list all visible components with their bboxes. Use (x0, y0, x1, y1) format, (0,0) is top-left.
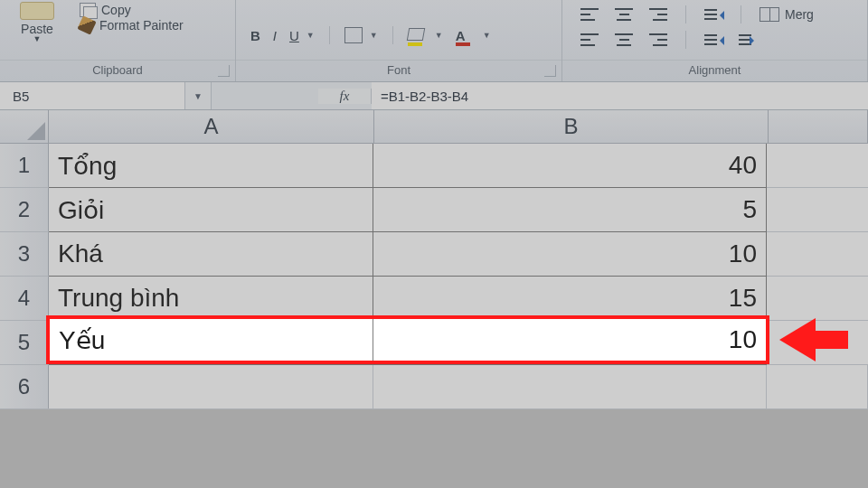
cell-C4[interactable] (767, 277, 868, 321)
paste-button[interactable]: Paste ▼ (0, 0, 74, 60)
formula-text: =B1-B2-B3-B4 (381, 89, 468, 104)
clipboard-group-title: Clipboard (92, 63, 143, 77)
select-all-corner[interactable] (0, 110, 49, 143)
cell-A6[interactable] (49, 365, 373, 409)
callout-arrow-icon (779, 318, 816, 361)
row-header-6[interactable]: 6 (0, 365, 49, 408)
row-header-3[interactable]: 3 (0, 232, 49, 276)
highlight-cell-B5[interactable]: 10 (373, 319, 766, 361)
name-box-value: B5 (13, 89, 29, 104)
align-left-button[interactable] (580, 33, 599, 46)
clipboard-icon (20, 2, 54, 20)
ribbon-group-font: placeholder B I U▼ ▼ ▼ A▼ Font (236, 0, 562, 81)
row-1: 1 Tổng 40 (0, 144, 868, 188)
bold-button[interactable]: B (250, 28, 260, 43)
copy-label: Copy (101, 3, 131, 17)
align-top-button[interactable] (580, 8, 599, 21)
ribbon: Paste ▼ Copy Format Painter Clipboard pl… (0, 0, 868, 82)
copy-icon (80, 3, 96, 17)
underline-dropdown-icon[interactable]: ▼ (307, 31, 315, 40)
merge-icon (760, 7, 779, 22)
format-painter-button[interactable]: Format Painter (80, 18, 226, 33)
align-right-button[interactable] (649, 33, 667, 46)
cell-A2[interactable]: Giỏi (49, 188, 373, 232)
italic-button[interactable]: I (273, 28, 277, 43)
decrease-indent-button[interactable] (704, 7, 722, 22)
cell-B4[interactable]: 15 (373, 277, 767, 321)
merge-label: Merg (785, 7, 814, 22)
name-box-dropdown-icon[interactable]: ▼ (184, 82, 211, 109)
alignment-group-title: Alignment (689, 63, 741, 77)
align-middle-button[interactable] (615, 8, 633, 21)
cell-A3[interactable]: Khá (49, 232, 373, 277)
cell-B1[interactable]: 40 (373, 144, 767, 188)
fx-button[interactable]: fx (318, 89, 372, 104)
row-3: 3 Khá 10 (0, 232, 868, 277)
worksheet: A B 1 Tổng 40 2 Giỏi 5 3 Khá 10 4 Trung … (0, 110, 868, 409)
align-bottom-button[interactable] (649, 8, 667, 21)
row-header-4[interactable]: 4 (0, 277, 49, 320)
row-6: 6 (0, 365, 868, 409)
cell-C2[interactable] (767, 188, 868, 232)
underline-button[interactable]: U (289, 28, 299, 43)
increase-indent-button[interactable] (739, 33, 757, 47)
fill-color-button[interactable] (408, 28, 428, 43)
cell-B3[interactable]: 10 (373, 232, 767, 277)
font-launcher-icon[interactable] (544, 65, 556, 77)
column-header-C[interactable] (769, 110, 868, 143)
paste-dropdown-icon[interactable]: ▼ (33, 34, 42, 43)
cell-C6[interactable] (767, 365, 868, 409)
clipboard-launcher-icon[interactable] (218, 65, 230, 77)
border-button[interactable] (344, 27, 363, 43)
font-color-dropdown-icon[interactable]: ▼ (483, 31, 491, 40)
row-header-1[interactable]: 1 (0, 144, 49, 187)
column-header-A[interactable]: A (49, 110, 374, 143)
copy-button[interactable]: Copy (80, 3, 226, 17)
column-header-B[interactable]: B (374, 110, 769, 143)
decrease-indent-button-2[interactable] (704, 33, 722, 47)
ribbon-group-alignment: Merg Alignment (562, 0, 868, 81)
bucket-icon (406, 28, 424, 41)
border-dropdown-icon[interactable]: ▼ (370, 31, 378, 40)
cell-A4[interactable]: Trung bình (49, 277, 373, 321)
row-header-5[interactable]: 5 (0, 321, 49, 364)
row-4: 4 Trung bình 15 (0, 277, 868, 321)
name-box[interactable]: B5 ▼ (0, 82, 212, 109)
row-header-2[interactable]: 2 (0, 188, 49, 231)
highlight-row-5: Yếu 10 (46, 315, 769, 364)
cell-B6[interactable] (373, 365, 767, 409)
cell-B2[interactable]: 5 (373, 188, 767, 232)
row-2: 2 Giỏi 5 (0, 188, 868, 232)
font-group-title: Font (387, 63, 410, 77)
highlight-cell-A5[interactable]: Yếu (50, 319, 373, 361)
cell-C1[interactable] (767, 144, 868, 188)
cell-C3[interactable] (767, 232, 868, 277)
merge-cells-button[interactable]: Merg (760, 7, 814, 22)
column-headers: A B (0, 110, 868, 144)
fill-dropdown-icon[interactable]: ▼ (435, 31, 443, 40)
formula-input[interactable]: =B1-B2-B3-B4 (372, 82, 868, 109)
ribbon-group-clipboard: Paste ▼ Copy Format Painter Clipboard (0, 0, 236, 81)
align-center-button[interactable] (615, 33, 633, 46)
cell-A1[interactable]: Tổng (49, 144, 373, 188)
format-painter-label: Format Painter (99, 18, 184, 33)
formula-bar: B5 ▼ fx =B1-B2-B3-B4 (0, 82, 868, 110)
font-color-button[interactable]: A (456, 28, 476, 43)
